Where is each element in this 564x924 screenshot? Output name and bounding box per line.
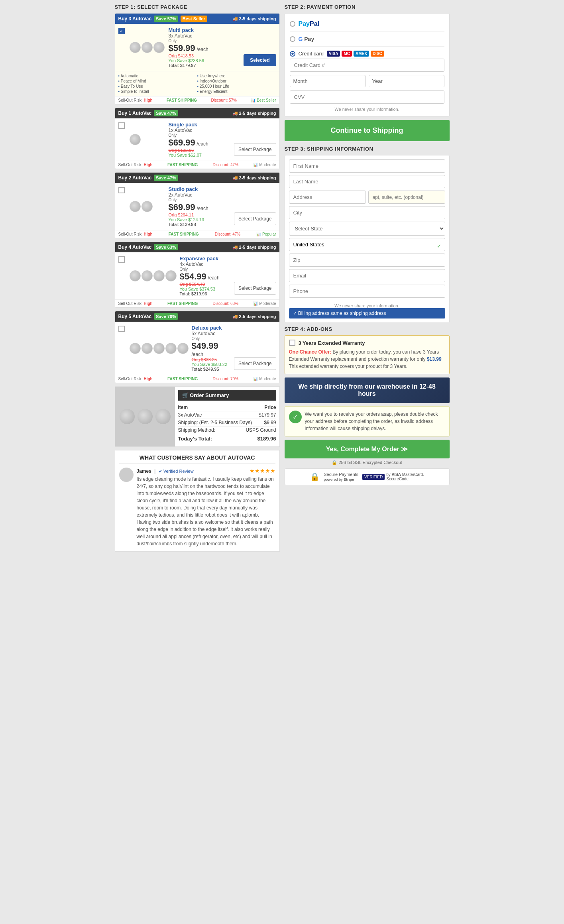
feature-5: Easy To Use [118,84,197,89]
feature-7: Simple to Install [118,89,197,94]
radio-paypal[interactable] [290,21,295,27]
address-optional-input[interactable] [368,191,445,204]
pkg-orig-single: Orig $132.66 [169,148,231,153]
pkg-details-expansive: Expansive pack 4x AutoVac Only $54.99 /e… [180,256,231,296]
review-content-0: James | ✔ Verified Review ★★★★★ Its edge… [137,468,275,547]
stat-discount-single: Discount: 47% [213,163,238,167]
checkbox-deluxe[interactable] [118,326,125,332]
radio-cc[interactable] [290,51,295,57]
stat-discount-expansive: Discount: 63% [213,301,238,306]
cc-number-input[interactable] [290,59,444,72]
package-body-expansive: Expansive pack 4x AutoVac Only $54.99 /e… [115,252,279,299]
zip-input[interactable] [289,254,445,267]
payment-option-paypal[interactable]: PayPal [290,18,444,29]
shipping-info-deluxe: 🚚 2-5 days shipping [232,314,276,319]
year-select[interactable]: Year 2024 2025 2026 2027 2028 2029 2030 [369,75,444,87]
checkbox-single[interactable] [118,122,125,129]
country-check-icon: ✓ [437,243,441,249]
pkg-img-d2 [141,343,153,354]
address-row [289,191,445,204]
badge-save-studio: Save 47% [154,175,178,181]
visa-verified-badge: VERIFIED by VISA MasterCard.SecureCode. [362,472,424,481]
pkg-details-single: Single pack 1x AutoVac Only $69.99 /each… [169,122,231,157]
address-input[interactable] [289,191,366,204]
firstname-input[interactable] [289,159,445,173]
btn-select-single[interactable]: Select Package [234,143,276,156]
step2-title: STEP 2: PAYMENT OPTION [285,4,450,10]
payment-option-cc[interactable]: Credit card VISA MC AMEX DISC [290,49,444,59]
country-input[interactable] [289,238,445,251]
checkbox-multi[interactable]: ✓ [118,28,125,34]
pkg-img-s1 [130,134,141,145]
btn-selected-multi[interactable]: Selected [244,54,276,66]
complete-order-button[interactable]: Yes, Complete My Order ≫ [285,440,450,458]
phone-input[interactable] [289,285,445,298]
pkg-check-studio[interactable] [118,186,126,227]
feature-8: Energy Efficient [197,89,276,94]
pkg-total-expansive: Total: $219.96 [180,291,231,296]
radio-gpay[interactable] [290,36,295,42]
btn-select-studio[interactable]: Select Package [234,212,276,225]
pkg-total-multi: Total: $179.97 [169,63,241,68]
summary-total-value: $189.96 [257,436,276,442]
cvv-input[interactable] [290,90,444,104]
billing-same-label: ✓ Billing address same as shipping addre… [289,308,445,318]
package-card-studio: Buy 2 AutoVac Save 47% 🚚 2-5 days shippi… [115,172,280,238]
lastname-input[interactable] [289,175,445,188]
state-select[interactable]: Select State [289,222,445,236]
pkg-img-e4 [165,270,177,281]
checkbox-studio[interactable] [118,187,125,193]
summary-item-1: Shipping: (Est. 2-5 Business Days) [178,420,252,425]
pkg-check-deluxe[interactable] [118,325,126,372]
review-author-0: James [137,468,151,474]
shipping-box: Select State ✓ We never share your infor… [285,155,450,323]
summary-total-label: Today's Total: [178,436,212,442]
pkg-name-single: Single pack [169,122,231,128]
package-card-single: Buy 1 AutoVac Save 47% 🚚 2-5 days shippi… [115,108,280,169]
pkg-price-studio: $69.99 [169,202,195,212]
warranty-checkbox[interactable] [289,340,295,346]
summary-price-2: USPS Ground [246,427,276,433]
pkg-img-e3 [153,270,165,281]
summary-col-price: Price [264,405,276,410]
badge-save-single: Save 47% [154,110,178,116]
pkg-action-single[interactable]: Select Package [234,122,276,157]
pkg-action-deluxe[interactable]: Select Package [234,325,276,372]
pkg-img-1 [130,42,141,53]
warning-icon: ✓ [289,411,302,423]
btn-select-expansive[interactable]: Select Package [234,282,276,295]
package-body-multi: ✓ Multi pack 3x AutoVac Only $59.99 /eac [115,24,279,71]
city-input[interactable] [289,206,445,219]
continue-to-shipping-button[interactable]: Continue to Shipping [285,120,450,141]
pkg-name-expansive: Expansive pack [180,256,231,261]
step4-title: STEP 4: ADD-ONS [285,326,450,332]
pkg-check-expansive[interactable] [118,256,126,296]
pkg-action-expansive[interactable]: Select Package [234,256,276,296]
checkbox-expansive[interactable] [118,256,125,263]
stat-pop-multi: 📊 Best Seller [251,98,276,102]
package-body-single: Single pack 1x AutoVac Only $69.99 /each… [115,118,279,161]
pkg-img-2 [141,42,153,53]
payment-option-gpay[interactable]: G Pay [290,34,444,44]
badge-save-deluxe: Save 70% [154,313,178,320]
pkg-action-multi[interactable]: Selected [244,27,276,68]
pkg-img-st2 [141,201,153,212]
month-select[interactable]: Month 01 02 03 04 05 06 07 08 09 10 11 1… [290,75,366,87]
verified-by-label: by VISA MasterCard.SecureCode. [386,472,424,481]
pkg-only-studio: Only [169,198,231,202]
stat-shipping-studio: FAST SHIPPING [169,232,199,236]
pkg-check-single[interactable] [118,122,126,157]
order-summary-title: 🛒 Order Summary [178,390,276,401]
stat-shipping-expansive: FAST SHIPPING [167,301,198,306]
email-input[interactable] [289,269,445,282]
pkg-action-studio[interactable]: Select Package [234,186,276,227]
pkg-orig-studio: Orig $264.11 [169,212,231,217]
btn-select-deluxe[interactable]: Select Package [234,357,276,370]
pkg-stats-expansive: Sell-Out Risk: High FAST SHIPPING Discou… [115,299,279,307]
pkg-img-d4 [165,343,177,354]
pkg-stats-single: Sell-Out Risk: High FAST SHIPPING Discou… [115,161,279,169]
package-body-deluxe: Deluxe pack 5x AutoVac Only $49.99 /each… [115,322,279,375]
warranty-intro: One-Chance Offer: [289,349,332,355]
lock-icon: 🔒 [310,472,320,482]
pkg-check-multi[interactable]: ✓ [118,27,126,68]
